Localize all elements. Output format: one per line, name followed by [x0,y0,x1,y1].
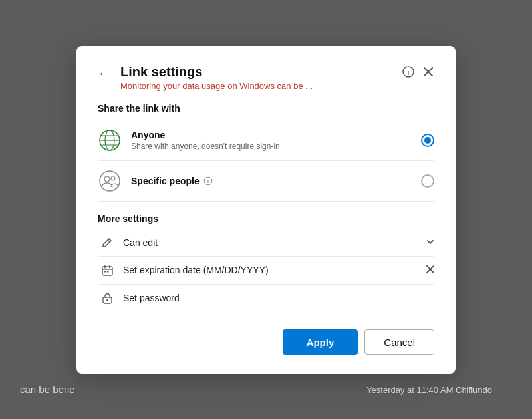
globe-icon [98,129,121,152]
lock-icon [98,293,116,304]
link-settings-dialog: ← Link settings Monitoring your data usa… [76,46,456,374]
option-anyone-name: Anyone [131,130,421,140]
svg-text:i: i [207,179,209,184]
svg-point-11 [111,176,115,180]
title-group: Link settings Monitoring your data usage… [120,65,313,91]
radio-anyone-fill [424,137,431,144]
svg-point-10 [104,176,110,182]
radio-anyone[interactable] [421,134,434,147]
dialog-footer: Apply Cancel [98,329,434,355]
option-anyone[interactable]: Anyone Share with anyone, doesn't requir… [98,120,434,161]
option-specific-people[interactable]: Specific people i [98,161,434,202]
cancel-button[interactable]: Cancel [364,329,434,355]
dialog-subtitle: Monitoring your data usage on Windows ca… [120,81,313,91]
bg-text-left: can be bene [20,384,75,395]
apply-button[interactable]: Apply [283,329,358,355]
back-button[interactable]: ← [98,66,114,81]
option-specific-text: Specific people i [131,176,421,186]
info-icon: i [402,66,414,78]
header-left: ← Link settings Monitoring your data usa… [98,65,313,91]
setting-row-password[interactable]: Set password [98,285,434,312]
option-anyone-text: Anyone Share with anyone, doesn't requir… [131,130,421,151]
more-settings-label: More settings [98,213,434,224]
info-button[interactable]: i [401,65,416,79]
share-section-label: Share the link with [98,103,434,114]
expiration-close-btn[interactable] [426,265,434,275]
setting-row-can-edit[interactable]: Can edit [98,229,434,257]
edit-icon [98,237,116,248]
svg-point-24 [106,299,108,301]
people-icon-container [98,169,122,193]
svg-line-14 [108,240,110,242]
setting-expiration-text: Set expiration date (MM/DD/YYYY) [123,265,426,275]
dialog-header: ← Link settings Monitoring your data usa… [98,65,434,91]
expiration-close-icon [426,265,434,273]
svg-rect-20 [107,271,109,273]
dialog-title: Link settings [120,65,313,80]
svg-rect-19 [104,271,106,273]
svg-text:i: i [408,69,409,76]
svg-point-9 [100,171,120,191]
close-button[interactable] [422,66,434,78]
calendar-icon [98,265,116,276]
setting-password-text: Set password [123,293,434,303]
setting-row-expiration[interactable]: Set expiration date (MM/DD/YYYY) [98,257,434,285]
radio-specific-people[interactable] [421,174,434,188]
can-edit-chevron [426,237,434,248]
header-right: i [401,65,434,79]
option-specific-name: Specific people i [131,176,421,186]
option-anyone-desc: Share with anyone, doesn't require sign-… [131,142,421,151]
chevron-down-icon [426,238,434,246]
people-icon [98,170,121,192]
globe-icon-container [98,128,122,152]
backdrop: can be bene Yesterday at 11:40 AM Chiflu… [0,0,532,419]
setting-can-edit-text: Can edit [123,237,426,248]
bg-text-right: Yesterday at 11:40 AM Chiflundo [366,385,492,395]
specific-people-info-icon: i [203,176,213,186]
close-icon [424,67,433,76]
